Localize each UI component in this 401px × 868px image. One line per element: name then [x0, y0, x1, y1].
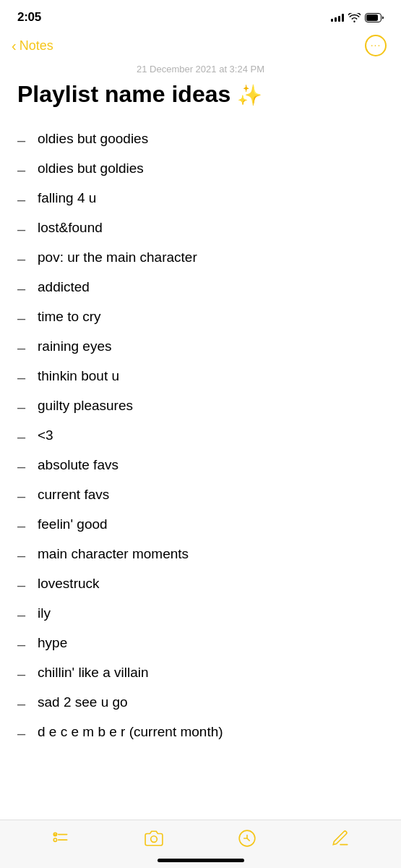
- status-bar: 2:05: [0, 0, 401, 32]
- list-item: –time to cry: [17, 303, 384, 333]
- list-item-text: <3: [38, 426, 53, 446]
- list-item-text: main character moments: [38, 545, 189, 564]
- back-button[interactable]: ‹ Notes: [12, 38, 53, 54]
- status-time: 2:05: [17, 10, 41, 25]
- home-indicator: [158, 859, 244, 862]
- list-dash: –: [17, 605, 26, 625]
- list-item: –thinkin bout u: [17, 362, 384, 392]
- list-item: –main character moments: [17, 540, 384, 570]
- list-dash: –: [17, 694, 26, 714]
- list-item-text: lost&found: [38, 218, 103, 238]
- svg-rect-1: [366, 14, 378, 21]
- list-item-text: guilty pleasures: [38, 396, 133, 416]
- list-dash: –: [17, 575, 26, 595]
- list-dash: –: [17, 723, 26, 744]
- camera-icon: [145, 829, 163, 848]
- list-item-text: falling 4 u: [38, 189, 96, 208]
- list-item-text: d e c e m b e r (current month): [38, 723, 223, 742]
- svg-point-6: [151, 836, 158, 843]
- list-item-text: addicted: [38, 278, 90, 297]
- list-item-text: thinkin bout u: [38, 367, 119, 386]
- list-item-text: oldies but goodies: [38, 129, 148, 149]
- wifi-icon: [348, 13, 361, 22]
- list-item: –guilty pleasures: [17, 392, 384, 422]
- list-dash: –: [17, 278, 26, 299]
- list-item: –oldies but goodies: [17, 125, 384, 155]
- list-item: –addicted: [17, 273, 384, 303]
- sparkle-icon: ✨: [237, 84, 262, 106]
- list-item: –absolute favs: [17, 451, 384, 481]
- list-dash: –: [17, 249, 26, 269]
- list-item-text: time to cry: [38, 307, 101, 327]
- checklist-icon: [51, 829, 70, 848]
- back-label: Notes: [20, 38, 53, 54]
- note-date: 21 December 2021 at 3:24 PM: [0, 64, 401, 75]
- battery-icon: [365, 13, 384, 22]
- list-item: –falling 4 u: [17, 184, 384, 214]
- list-item-text: pov: ur the main character: [38, 248, 197, 268]
- note-list: –oldies but goodies–oldies but goldies–f…: [17, 125, 384, 748]
- list-item: –hype: [17, 629, 384, 659]
- list-item-text: oldies but goldies: [38, 159, 144, 179]
- list-item: –<3: [17, 422, 384, 451]
- list-item-text: hype: [38, 634, 67, 653]
- edit-button[interactable]: [331, 829, 350, 848]
- note-content: Playlist name ideas ✨ –oldies but goodie…: [0, 80, 401, 820]
- list-item-text: feelin' good: [38, 515, 108, 535]
- list-dash: –: [17, 130, 26, 150]
- list-item: –ily: [17, 600, 384, 629]
- list-dash: –: [17, 456, 26, 477]
- list-item-text: absolute favs: [38, 456, 118, 475]
- list-item: –chillin' like a villain: [17, 659, 384, 689]
- list-item: –lovestruck: [17, 570, 384, 600]
- status-icons: [331, 13, 384, 22]
- list-item: –feelin' good: [17, 511, 384, 540]
- list-dash: –: [17, 486, 26, 506]
- more-button[interactable]: ···: [365, 35, 387, 56]
- list-dash: –: [17, 190, 26, 210]
- list-dash: –: [17, 545, 26, 566]
- checklist-button[interactable]: [51, 829, 70, 848]
- list-item-text: current favs: [38, 485, 109, 505]
- edit-icon: [331, 829, 350, 848]
- chevron-left-icon: ‹: [12, 38, 17, 54]
- markup-icon: [238, 829, 256, 848]
- list-item-text: chillin' like a villain: [38, 663, 149, 683]
- markup-button[interactable]: [238, 829, 256, 848]
- list-item-text: lovestruck: [38, 574, 100, 594]
- list-dash: –: [17, 338, 26, 358]
- list-dash: –: [17, 219, 26, 239]
- svg-point-3: [54, 838, 57, 841]
- list-item-text: ily: [38, 604, 51, 624]
- camera-button[interactable]: [145, 829, 163, 848]
- list-dash: –: [17, 308, 26, 328]
- note-title: Playlist name ideas ✨: [17, 80, 384, 108]
- list-dash: –: [17, 160, 26, 180]
- list-dash: –: [17, 634, 26, 655]
- list-dash: –: [17, 427, 26, 447]
- list-item-text: sad 2 see u go: [38, 693, 128, 712]
- list-dash: –: [17, 397, 26, 417]
- list-item: –d e c e m b e r (current month): [17, 718, 384, 748]
- list-item: –raining eyes: [17, 333, 384, 362]
- list-item: –oldies but goldies: [17, 155, 384, 184]
- list-dash: –: [17, 664, 26, 684]
- list-item: –pov: ur the main character: [17, 244, 384, 273]
- list-item: –current favs: [17, 481, 384, 511]
- nav-bar: ‹ Notes ···: [0, 32, 401, 64]
- list-item: –sad 2 see u go: [17, 689, 384, 718]
- list-item-text: raining eyes: [38, 337, 111, 357]
- list-dash: –: [17, 516, 26, 536]
- more-icon: ···: [371, 40, 381, 51]
- signal-icon: [331, 13, 344, 22]
- list-dash: –: [17, 367, 26, 388]
- note-title-text: Playlist name ideas: [17, 81, 237, 107]
- list-item: –lost&found: [17, 214, 384, 244]
